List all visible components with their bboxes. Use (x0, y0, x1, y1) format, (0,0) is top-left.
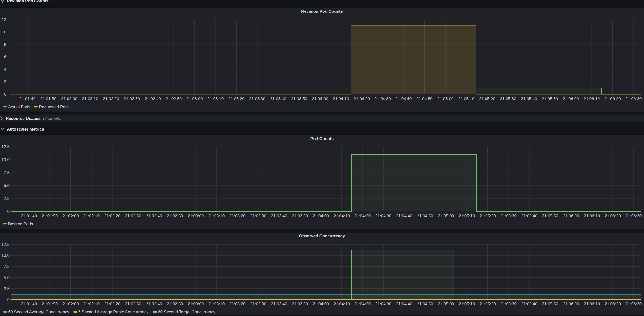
svg-text:5.0: 5.0 (4, 183, 10, 188)
svg-text:21:02:30: 21:02:30 (124, 96, 140, 101)
svg-text:21:01:40: 21:01:40 (21, 302, 37, 306)
svg-text:21:02:00: 21:02:00 (62, 214, 78, 218)
svg-text:7.5: 7.5 (4, 170, 10, 175)
svg-text:21:01:50: 21:01:50 (42, 302, 58, 306)
svg-text:21:04:10: 21:04:10 (334, 214, 350, 218)
svg-text:21:04:20: 21:04:20 (354, 96, 370, 101)
svg-text:21:03:10: 21:03:10 (208, 96, 224, 101)
svg-text:12: 12 (2, 17, 6, 22)
svg-text:21:04:40: 21:04:40 (396, 214, 412, 218)
svg-text:21:02:10: 21:02:10 (82, 96, 98, 101)
svg-text:21:05:10: 21:05:10 (458, 302, 475, 306)
svg-text:Pod Counts: Pod Counts (310, 136, 334, 141)
svg-text:21:03:10: 21:03:10 (208, 302, 224, 306)
svg-text:21:03:30: 21:03:30 (250, 302, 266, 306)
svg-text:21:04:30: 21:04:30 (375, 302, 391, 306)
svg-text:21:04:00: 21:04:00 (312, 302, 329, 306)
svg-text:21:02:30: 21:02:30 (125, 214, 141, 218)
svg-text:21:06:30: 21:06:30 (626, 302, 642, 306)
svg-text:21:06:10: 21:06:10 (584, 302, 600, 306)
svg-text:21:04:10: 21:04:10 (333, 96, 349, 101)
svg-text:21:05:00: 21:05:00 (438, 214, 454, 218)
svg-text:21:03:50: 21:03:50 (291, 96, 307, 101)
svg-text:21:05:20: 21:05:20 (480, 302, 496, 306)
svg-text:21:06:10: 21:06:10 (584, 96, 600, 101)
svg-text:21:02:50: 21:02:50 (167, 302, 183, 306)
svg-text:21:03:20: 21:03:20 (229, 214, 245, 218)
svg-text:10.0: 10.0 (2, 253, 10, 258)
svg-text:21:02:00: 21:02:00 (61, 96, 77, 101)
svg-text:21:06:00: 21:06:00 (563, 302, 579, 306)
svg-text:8: 8 (4, 42, 6, 47)
svg-text:0: 0 (7, 209, 10, 214)
svg-text:21:02:40: 21:02:40 (146, 214, 162, 218)
svg-text:21:06:20: 21:06:20 (604, 96, 620, 101)
svg-text:21:03:20: 21:03:20 (229, 302, 245, 306)
svg-text:21:04:10: 21:04:10 (334, 302, 350, 306)
svg-text:Actual Pods: Actual Pods (8, 105, 30, 109)
svg-text:21:04:50: 21:04:50 (417, 302, 433, 306)
svg-text:7.5: 7.5 (4, 264, 10, 269)
svg-text:21:01:40: 21:01:40 (19, 96, 36, 101)
svg-text:21:03:30: 21:03:30 (249, 96, 266, 101)
svg-text:6: 6 (4, 55, 6, 59)
svg-text:21:05:40: 21:05:40 (521, 214, 537, 218)
svg-text:(2 panels): (2 panels) (43, 116, 62, 121)
svg-text:21:03:50: 21:03:50 (292, 302, 308, 306)
svg-text:0: 0 (7, 298, 10, 302)
svg-text:21:05:40: 21:05:40 (521, 302, 537, 306)
svg-text:21:05:30: 21:05:30 (500, 96, 516, 101)
svg-text:21:04:40: 21:04:40 (396, 302, 412, 306)
svg-text:21:03:30: 21:03:30 (250, 214, 266, 218)
svg-text:21:02:10: 21:02:10 (84, 302, 100, 306)
svg-text:12.5: 12.5 (2, 144, 10, 149)
svg-text:5.0: 5.0 (4, 276, 10, 280)
svg-text:21:02:20: 21:02:20 (104, 214, 120, 218)
svg-text:21:02:50: 21:02:50 (166, 96, 182, 101)
svg-text:21:02:40: 21:02:40 (146, 302, 162, 306)
svg-text:21:02:00: 21:02:00 (62, 302, 78, 306)
svg-text:21:01:50: 21:01:50 (42, 214, 58, 218)
svg-text:21:01:50: 21:01:50 (40, 96, 56, 101)
svg-text:21:02:40: 21:02:40 (145, 96, 161, 101)
svg-text:21:05:00: 21:05:00 (438, 302, 454, 306)
svg-text:21:05:40: 21:05:40 (521, 96, 537, 101)
svg-text:2.5: 2.5 (4, 196, 10, 201)
svg-text:2: 2 (4, 79, 6, 84)
svg-text:21:04:00: 21:04:00 (312, 96, 328, 101)
svg-text:21:03:00: 21:03:00 (188, 214, 204, 218)
svg-text:21:06:10: 21:06:10 (584, 214, 600, 218)
svg-text:12.5: 12.5 (2, 242, 10, 247)
svg-text:Resource Usages: Resource Usages (6, 116, 40, 121)
svg-text:21:04:20: 21:04:20 (354, 302, 370, 306)
svg-text:21:06:20: 21:06:20 (604, 214, 621, 218)
svg-text:Revision Pod Counts: Revision Pod Counts (7, 0, 49, 3)
svg-text:21:05:00: 21:05:00 (437, 96, 454, 101)
svg-text:21:04:40: 21:04:40 (396, 96, 412, 101)
svg-text:60 Second Average Concurrency: 60 Second Average Concurrency (8, 310, 70, 314)
svg-text:60 Second Target Concurrency: 60 Second Target Concurrency (158, 310, 216, 314)
svg-text:4: 4 (4, 67, 6, 72)
svg-text:21:06:00: 21:06:00 (563, 214, 579, 218)
svg-text:10.0: 10.0 (2, 157, 10, 162)
svg-text:21:04:00: 21:04:00 (312, 214, 329, 218)
svg-text:21:06:00: 21:06:00 (563, 96, 579, 101)
svg-text:Revision Pod Counts: Revision Pod Counts (301, 9, 343, 14)
svg-text:21:03:00: 21:03:00 (188, 302, 204, 306)
svg-text:21:05:50: 21:05:50 (542, 96, 558, 101)
svg-text:21:03:10: 21:03:10 (208, 214, 224, 218)
svg-text:21:01:40: 21:01:40 (21, 214, 37, 218)
svg-text:21:02:10: 21:02:10 (84, 214, 100, 218)
svg-text:0: 0 (4, 92, 6, 96)
svg-text:21:05:20: 21:05:20 (480, 214, 496, 218)
svg-text:21:05:10: 21:05:10 (458, 96, 474, 101)
svg-text:21:04:50: 21:04:50 (416, 96, 432, 101)
svg-text:Observed Concurrency: Observed Concurrency (299, 234, 345, 238)
svg-text:21:05:30: 21:05:30 (500, 302, 516, 306)
svg-text:21:03:50: 21:03:50 (292, 214, 308, 218)
svg-text:21:04:20: 21:04:20 (354, 214, 370, 218)
svg-text:21:02:20: 21:02:20 (104, 302, 120, 306)
svg-text:21:02:20: 21:02:20 (103, 96, 119, 101)
svg-text:Requested Pods: Requested Pods (39, 105, 70, 109)
svg-text:21:03:40: 21:03:40 (271, 214, 287, 218)
